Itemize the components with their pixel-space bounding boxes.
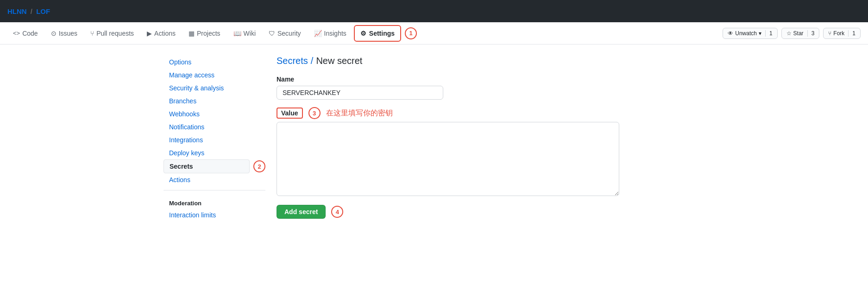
breadcrumb-current: New secret (316, 56, 362, 66)
nav-projects[interactable]: ▦ Projects (183, 26, 226, 41)
wiki-icon: 📖 (233, 30, 241, 37)
security-icon: 🛡 (269, 30, 275, 37)
issues-icon: ⊙ (51, 30, 57, 37)
breadcrumb-slash: / (31, 7, 34, 15)
name-label: Name (277, 76, 704, 83)
page-layout: Options Manage access Security & analysi… (156, 44, 712, 233)
repo-title: HLNN / LOF (7, 7, 50, 15)
watch-button[interactable]: 👁 Unwatch ▾ 1 (723, 28, 777, 39)
star-button[interactable]: ☆ Star 3 (781, 28, 820, 39)
add-secret-row: Add secret 4 (277, 205, 704, 219)
repo-actions: 👁 Unwatch ▾ 1 ☆ Star 3 ⑂ Fork 1 (723, 28, 861, 39)
nav-actions[interactable]: ▶ Actions (141, 26, 181, 41)
sidebar-item-integrations[interactable]: Integrations (164, 133, 265, 146)
breadcrumb-separator: / (311, 56, 314, 66)
value-hint-text: 在这里填写你的密钥 (326, 108, 393, 118)
sidebar-item-branches[interactable]: Branches (164, 95, 265, 108)
value-form-group: Value 3 在这里填写你的密钥 (277, 107, 704, 197)
add-secret-button[interactable]: Add secret (277, 205, 326, 219)
sidebar-divider (164, 190, 265, 190)
value-label-row: Value 3 在这里填写你的密钥 (277, 107, 704, 119)
sidebar-item-manage-access[interactable]: Manage access (164, 69, 265, 82)
org-name[interactable]: HLNN (7, 7, 27, 15)
breadcrumb: Secrets / New secret (277, 56, 704, 66)
nav-pull-requests[interactable]: ⑂ Pull requests (85, 26, 139, 41)
actions-icon: ▶ (147, 30, 152, 37)
annotation-2: 2 (253, 160, 265, 172)
nav-insights[interactable]: 📈 Insights (308, 26, 352, 41)
sidebar-item-actions[interactable]: Actions (164, 173, 265, 186)
eye-icon: 👁 (728, 30, 733, 37)
moderation-section-title: Moderation (164, 194, 265, 209)
main-content: Secrets / New secret Name Value 3 在这里填写你… (277, 56, 704, 222)
settings-icon: ⚙ (360, 30, 366, 37)
annotation-4: 4 (331, 206, 343, 218)
nav-issues[interactable]: ⊙ Issues (45, 26, 83, 41)
watch-dropdown-icon: ▾ (759, 30, 761, 37)
settings-sidebar: Options Manage access Security & analysi… (164, 56, 265, 222)
value-textarea[interactable] (277, 122, 619, 196)
nav-wiki[interactable]: 📖 Wiki (228, 26, 261, 41)
nav-code[interactable]: <> Code (7, 26, 44, 41)
sidebar-item-security-analysis[interactable]: Security & analysis (164, 82, 265, 95)
nav-security[interactable]: 🛡 Security (263, 26, 307, 41)
name-input[interactable] (277, 86, 443, 100)
sidebar-item-options[interactable]: Options (164, 56, 265, 69)
annotation-1: 1 (405, 27, 417, 39)
sidebar-item-deploy-keys[interactable]: Deploy keys (164, 146, 265, 159)
repo-name[interactable]: LOF (36, 7, 50, 15)
annotation-3: 3 (308, 107, 321, 119)
header-bar: HLNN / LOF (0, 0, 868, 22)
breadcrumb-secrets-link[interactable]: Secrets (277, 56, 308, 66)
projects-icon: ▦ (189, 30, 195, 37)
fork-button[interactable]: ⑂ Fork 1 (823, 28, 861, 39)
fork-icon: ⑂ (828, 30, 831, 37)
sidebar-item-notifications[interactable]: Notifications (164, 120, 265, 133)
sidebar-item-interaction-limits[interactable]: Interaction limits (164, 209, 265, 222)
sidebar-item-webhooks[interactable]: Webhooks (164, 108, 265, 120)
pull-requests-icon: ⑂ (90, 30, 94, 37)
sidebar-item-secrets[interactable]: Secrets (164, 159, 250, 173)
name-form-group: Name (277, 76, 704, 100)
code-icon: <> (13, 30, 20, 37)
insights-icon: 📈 (314, 30, 322, 37)
top-nav: <> Code ⊙ Issues ⑂ Pull requests ▶ Actio… (0, 22, 868, 44)
star-icon: ☆ (786, 30, 792, 37)
nav-settings[interactable]: ⚙ Settings (354, 25, 401, 42)
value-label-box: Value (277, 108, 303, 119)
